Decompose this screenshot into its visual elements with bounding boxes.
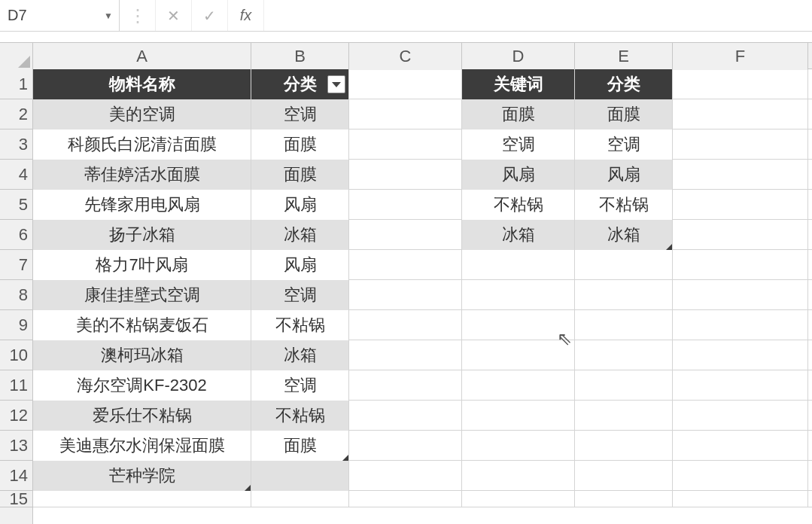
row-header-1[interactable]: 1 bbox=[0, 69, 32, 99]
cell-C9[interactable] bbox=[349, 310, 462, 340]
cell-D9[interactable] bbox=[462, 310, 575, 340]
cell-A11[interactable]: 海尔空调KF-2302 bbox=[33, 370, 251, 401]
row-header-2[interactable]: 2 bbox=[0, 99, 32, 129]
col-header-B[interactable]: B bbox=[251, 43, 349, 70]
cell-A12[interactable]: 爱乐仕不粘锅 bbox=[33, 401, 251, 431]
cell-A13[interactable]: 美迪惠尔水润保湿面膜 bbox=[33, 431, 251, 461]
cell-A8[interactable]: 康佳挂壁式空调 bbox=[33, 280, 251, 310]
cell-E13[interactable] bbox=[575, 431, 673, 461]
cell-F1[interactable] bbox=[673, 69, 808, 99]
row-header-13[interactable]: 13 bbox=[0, 431, 32, 461]
cell-E6[interactable]: 冰箱 bbox=[575, 220, 673, 250]
name-box[interactable] bbox=[0, 0, 98, 31]
cell-B1[interactable]: 分类 bbox=[251, 69, 349, 99]
row-header-4[interactable]: 4 bbox=[0, 160, 32, 190]
cell-F15[interactable] bbox=[673, 491, 808, 507]
row-header-8[interactable]: 8 bbox=[0, 280, 32, 310]
cell-E11[interactable] bbox=[575, 370, 673, 401]
cell-C2[interactable] bbox=[349, 99, 462, 129]
cell-C1[interactable] bbox=[349, 69, 462, 99]
col-header-E[interactable]: E bbox=[575, 43, 673, 70]
cell-F3[interactable] bbox=[673, 129, 808, 160]
cell-A14[interactable]: 芒种学院 bbox=[33, 461, 251, 491]
cell-D2[interactable]: 面膜 bbox=[462, 99, 575, 129]
col-header-F[interactable]: F bbox=[673, 43, 808, 70]
cell-F4[interactable] bbox=[673, 160, 808, 190]
cell-F7[interactable] bbox=[673, 250, 808, 280]
cell-F8[interactable] bbox=[673, 280, 808, 310]
row-header-14[interactable]: 14 bbox=[0, 461, 32, 491]
cell-E12[interactable] bbox=[575, 401, 673, 431]
cell-F12[interactable] bbox=[673, 401, 808, 431]
cell-B5[interactable]: 风扇 bbox=[251, 190, 349, 220]
cell-E7[interactable] bbox=[575, 250, 673, 280]
cell-B7[interactable]: 风扇 bbox=[251, 250, 349, 280]
row-header-10[interactable]: 10 bbox=[0, 340, 32, 370]
cell-A15[interactable] bbox=[33, 491, 251, 507]
cell-D3[interactable]: 空调 bbox=[462, 129, 575, 160]
cell-F9[interactable] bbox=[673, 310, 808, 340]
cell-B13[interactable]: 面膜 bbox=[251, 431, 349, 461]
cell-F5[interactable] bbox=[673, 190, 808, 220]
cell-F13[interactable] bbox=[673, 431, 808, 461]
more-options-button[interactable]: ⋮ bbox=[120, 0, 156, 31]
cell-B10[interactable]: 冰箱 bbox=[251, 340, 349, 370]
cell-E2[interactable]: 面膜 bbox=[575, 99, 673, 129]
cell-F11[interactable] bbox=[673, 370, 808, 401]
cell-E15[interactable] bbox=[575, 491, 673, 507]
cell-B3[interactable]: 面膜 bbox=[251, 129, 349, 160]
cell-A5[interactable]: 先锋家用电风扇 bbox=[33, 190, 251, 220]
cell-C11[interactable] bbox=[349, 370, 462, 401]
cell-A2[interactable]: 美的空调 bbox=[33, 99, 251, 129]
cell-E8[interactable] bbox=[575, 280, 673, 310]
row-header-3[interactable]: 3 bbox=[0, 129, 32, 160]
cell-C3[interactable] bbox=[349, 129, 462, 160]
cell-E4[interactable]: 风扇 bbox=[575, 160, 673, 190]
cell-A7[interactable]: 格力7叶风扇 bbox=[33, 250, 251, 280]
cell-F10[interactable] bbox=[673, 340, 808, 370]
cell-D11[interactable] bbox=[462, 370, 575, 401]
cell-C4[interactable] bbox=[349, 160, 462, 190]
cell-D8[interactable] bbox=[462, 280, 575, 310]
select-all-corner[interactable] bbox=[0, 43, 33, 70]
cell-C6[interactable] bbox=[349, 220, 462, 250]
insert-function-button[interactable]: fx bbox=[228, 0, 264, 31]
cell-E9[interactable] bbox=[575, 310, 673, 340]
cell-A4[interactable]: 蒂佳婷活水面膜 bbox=[33, 160, 251, 190]
cell-F6[interactable] bbox=[673, 220, 808, 250]
cell-E1[interactable]: 分类 bbox=[575, 69, 673, 99]
cell-B8[interactable]: 空调 bbox=[251, 280, 349, 310]
row-header-6[interactable]: 6 bbox=[0, 220, 32, 250]
cell-A10[interactable]: 澳柯玛冰箱 bbox=[33, 340, 251, 370]
cell-B4[interactable]: 面膜 bbox=[251, 160, 349, 190]
row-header-12[interactable]: 12 bbox=[0, 401, 32, 431]
cell-D15[interactable] bbox=[462, 491, 575, 507]
col-header-A[interactable]: A bbox=[33, 43, 251, 70]
cell-C10[interactable] bbox=[349, 340, 462, 370]
cell-F2[interactable] bbox=[673, 99, 808, 129]
cell-F14[interactable] bbox=[673, 461, 808, 491]
cell-A3[interactable]: 科颜氏白泥清洁面膜 bbox=[33, 129, 251, 160]
cell-B6[interactable]: 冰箱 bbox=[251, 220, 349, 250]
cell-D13[interactable] bbox=[462, 431, 575, 461]
cell-C8[interactable] bbox=[349, 280, 462, 310]
cancel-formula-button[interactable]: ✕ bbox=[156, 0, 192, 31]
cell-C12[interactable] bbox=[349, 401, 462, 431]
row-header-7[interactable]: 7 bbox=[0, 250, 32, 280]
cell-D5[interactable]: 不粘锅 bbox=[462, 190, 575, 220]
row-header-9[interactable]: 9 bbox=[0, 310, 32, 340]
filter-button[interactable] bbox=[327, 75, 345, 93]
cell-D10[interactable] bbox=[462, 340, 575, 370]
accept-formula-button[interactable]: ✓ bbox=[192, 0, 228, 31]
cell-D7[interactable] bbox=[462, 250, 575, 280]
cell-B15[interactable] bbox=[251, 491, 349, 507]
cell-E5[interactable]: 不粘锅 bbox=[575, 190, 673, 220]
cell-B12[interactable]: 不粘锅 bbox=[251, 401, 349, 431]
cell-B11[interactable]: 空调 bbox=[251, 370, 349, 401]
cell-D14[interactable] bbox=[462, 461, 575, 491]
cell-C7[interactable] bbox=[349, 250, 462, 280]
col-header-D[interactable]: D bbox=[462, 43, 575, 70]
cell-A9[interactable]: 美的不粘锅麦饭石 bbox=[33, 310, 251, 340]
cell-E10[interactable] bbox=[575, 340, 673, 370]
cell-D4[interactable]: 风扇 bbox=[462, 160, 575, 190]
